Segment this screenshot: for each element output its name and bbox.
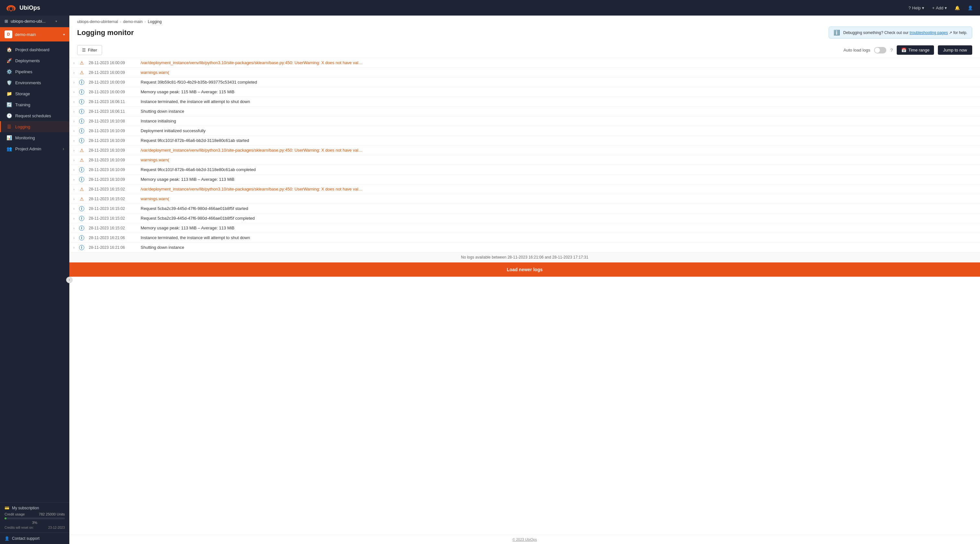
log-message: Request 5cba2c39-445d-47f6-980d-466ae01b…	[138, 216, 980, 221]
log-timestamp: 28-11-2023 16:15:02	[86, 216, 138, 221]
log-row[interactable]: › ⚠ 28-11-2023 16:15:02 /var/deployment_…	[69, 185, 980, 194]
log-row[interactable]: › i 28-11-2023 16:10:09 Memory usage pea…	[69, 175, 980, 185]
sidebar-label-request-schedules: Request schedules	[15, 113, 51, 118]
log-expand-icon[interactable]: ›	[69, 119, 77, 123]
info-level-icon: i	[79, 245, 84, 250]
log-timestamp: 28-11-2023 16:15:02	[86, 197, 138, 201]
log-row[interactable]: › ⚠ 28-11-2023 16:15:02 warnings.warn(	[69, 194, 980, 204]
breadcrumb-org[interactable]: ubiops-demo-ubinternal	[77, 19, 118, 24]
log-container[interactable]: › ⚠ 28-11-2023 16:00:09 /var/deployment_…	[69, 58, 980, 534]
log-timestamp: 28-11-2023 16:10:09	[86, 158, 138, 162]
breadcrumb-project[interactable]: demo-main	[123, 19, 143, 24]
reset-date: 23-12-2023	[48, 526, 65, 530]
log-row[interactable]: › i 28-11-2023 16:10:09 Deployment initi…	[69, 126, 980, 136]
info-level-icon: i	[79, 206, 84, 211]
profile-button[interactable]: 👤	[966, 4, 975, 12]
sidebar-item-deployments[interactable]: 🚀 Deployments	[0, 55, 69, 66]
sidebar-item-storage[interactable]: 📁 Storage	[0, 88, 69, 99]
log-expand-icon[interactable]: ›	[69, 71, 77, 75]
log-message: Instance terminated, the instance will a…	[138, 235, 980, 240]
log-row[interactable]: › i 28-11-2023 16:15:02 Request 5cba2c39…	[69, 213, 980, 223]
log-expand-icon[interactable]: ›	[69, 100, 77, 104]
log-expand-icon[interactable]: ›	[69, 236, 77, 240]
sidebar-item-training[interactable]: 🔄 Training	[0, 99, 69, 110]
log-row[interactable]: › i 28-11-2023 16:00:09 Memory usage pea…	[69, 87, 980, 97]
log-expand-icon[interactable]: ›	[69, 216, 77, 220]
sidebar-item-monitoring[interactable]: 📊 Monitoring	[0, 132, 69, 143]
log-expand-icon[interactable]: ›	[69, 178, 77, 181]
log-row[interactable]: › i 28-11-2023 16:00:09 Request 39b59c81…	[69, 78, 980, 87]
sidebar-item-logging[interactable]: ☰ Logging	[0, 121, 69, 132]
filter-button[interactable]: ☰ Filter	[77, 45, 102, 55]
notifications-button[interactable]: 🔔	[953, 4, 962, 12]
project-chevron-icon: ▾	[63, 33, 65, 36]
troubleshooting-link[interactable]: troubleshooting pages	[910, 30, 948, 35]
log-row[interactable]: › i 28-11-2023 16:21:06 Shutting down in…	[69, 243, 980, 252]
log-expand-icon[interactable]: ›	[69, 168, 77, 172]
log-expand-icon[interactable]: ›	[69, 129, 77, 133]
log-row[interactable]: › ⚠ 28-11-2023 16:00:09 /var/deployment_…	[69, 58, 980, 68]
log-row[interactable]: › ⚠ 28-11-2023 16:10:09 warnings.warn(	[69, 155, 980, 165]
load-newer-button[interactable]: Load newer logs	[69, 262, 980, 277]
credit-reset: Credits will reset on: 23-12-2023	[5, 526, 65, 530]
info-level-icon: i	[79, 109, 84, 114]
log-row[interactable]: › i 28-11-2023 16:15:02 Request 5cba2c39…	[69, 204, 980, 213]
log-expand-icon[interactable]: ›	[69, 139, 77, 143]
help-button[interactable]: ? Help ▾	[907, 4, 926, 12]
log-expand-icon[interactable]: ›	[69, 187, 77, 191]
breadcrumb-sep-1: ›	[120, 19, 121, 24]
log-row[interactable]: › i 28-11-2023 16:10:09 Request 9fcc101f…	[69, 165, 980, 175]
log-row[interactable]: › i 28-11-2023 16:06:11 Instance termina…	[69, 97, 980, 107]
log-row[interactable]: › i 28-11-2023 16:21:06 Instance termina…	[69, 233, 980, 243]
app-logo: UbiOps	[5, 4, 40, 12]
log-expand-icon[interactable]: ›	[69, 148, 77, 152]
log-expand-icon[interactable]: ›	[69, 80, 77, 84]
log-timestamp: 28-11-2023 16:15:02	[86, 207, 138, 211]
time-range-button[interactable]: 📅 Time range	[897, 45, 934, 55]
log-timestamp: 28-11-2023 16:00:09	[86, 60, 138, 65]
filter-icon: ☰	[82, 48, 86, 52]
log-expand-icon[interactable]: ›	[69, 246, 77, 250]
log-rows-container: › ⚠ 28-11-2023 16:00:09 /var/deployment_…	[69, 58, 980, 252]
credit-unit: Units	[57, 512, 65, 516]
sidebar-collapse-button[interactable]: ‹	[66, 277, 73, 283]
log-message: Memory usage peak: 113 MiB – Average: 11…	[138, 177, 980, 182]
log-message: warnings.warn(	[138, 70, 980, 75]
log-expand-icon[interactable]: ›	[69, 197, 77, 201]
log-row[interactable]: › ⚠ 28-11-2023 16:10:09 /var/deployment_…	[69, 145, 980, 155]
project-selector[interactable]: D demo-main ▾	[0, 27, 69, 41]
log-expand-icon[interactable]: ›	[69, 110, 77, 113]
org-selector[interactable]: ⊞ ubiops-demo-ubi... ▾	[0, 16, 69, 27]
auto-load-help-icon[interactable]: ?	[890, 48, 893, 53]
log-expand-icon[interactable]: ›	[69, 226, 77, 230]
sidebar-item-pipelines[interactable]: ⚙️ Pipelines	[0, 66, 69, 77]
log-expand-icon[interactable]: ›	[69, 207, 77, 211]
log-expand-icon[interactable]: ›	[69, 61, 77, 65]
log-row[interactable]: › i 28-11-2023 16:06:11 Shutting down in…	[69, 107, 980, 116]
log-expand-icon[interactable]: ›	[69, 90, 77, 94]
log-row[interactable]: › i 28-11-2023 16:10:08 Instance initial…	[69, 116, 980, 126]
log-timestamp: 28-11-2023 16:21:06	[86, 235, 138, 240]
log-row[interactable]: › i 28-11-2023 16:15:02 Memory usage pea…	[69, 223, 980, 233]
jump-to-now-button[interactable]: Jump to now	[938, 45, 972, 55]
sidebar-item-project-admin[interactable]: 👥 Project Admin	[0, 143, 69, 154]
sidebar-item-project-dashboard[interactable]: 🏠 Project dashboard	[0, 44, 69, 55]
reset-label: Credits will reset on:	[5, 526, 34, 530]
log-row[interactable]: › i 28-11-2023 16:10:09 Request 9fcc101f…	[69, 136, 980, 145]
sidebar: ⊞ ubiops-demo-ubi... ▾ D demo-main ▾ 🏠 P…	[0, 16, 69, 544]
deployments-icon: 🚀	[6, 58, 12, 63]
log-message: warnings.warn(	[138, 157, 980, 162]
copyright-link[interactable]: © 2023 UbiOps	[512, 538, 537, 541]
log-level-indicator: ⚠	[77, 157, 86, 163]
sidebar-label-project-admin: Project Admin	[15, 146, 41, 151]
warn-icon: ⚠	[80, 187, 84, 192]
sidebar-item-environments[interactable]: 🛡️ Environments	[0, 77, 69, 88]
contact-support[interactable]: 👤 Contact support	[0, 533, 69, 544]
add-button[interactable]: + Add ▾	[930, 4, 949, 12]
log-level-indicator: i	[77, 128, 86, 134]
sidebar-item-request-schedules[interactable]: 🕐 Request schedules	[0, 110, 69, 121]
log-expand-icon[interactable]: ›	[69, 158, 77, 162]
credit-values: 782 25000 Units	[39, 512, 65, 516]
auto-load-toggle[interactable]	[874, 47, 886, 54]
log-row[interactable]: › ⚠ 28-11-2023 16:00:09 warnings.warn(	[69, 68, 980, 78]
